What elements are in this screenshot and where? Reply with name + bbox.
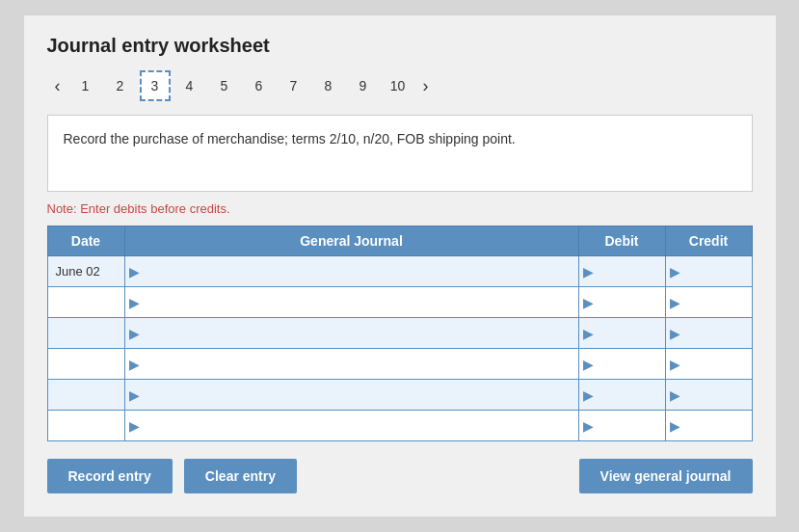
journal-input-5[interactable]: [144, 411, 578, 440]
col-header-journal: General Journal: [124, 226, 578, 256]
journal-cell-3[interactable]: ▶: [124, 349, 578, 380]
credit-cell-5[interactable]: ▶: [665, 411, 752, 441]
page-4[interactable]: 4: [174, 70, 205, 101]
arrow-icon: ▶: [579, 326, 598, 341]
page-3[interactable]: 3: [140, 70, 171, 101]
arrow-icon: ▶: [666, 295, 684, 310]
debit-input-0[interactable]: [598, 256, 665, 286]
arrow-icon: ▶: [125, 387, 144, 403]
prev-page-button[interactable]: ‹: [47, 72, 68, 100]
arrow-icon: ▶: [125, 418, 144, 434]
debit-cell-1[interactable]: ▶: [578, 287, 665, 318]
note-text: Note: Enter debits before credits.: [47, 201, 753, 216]
page-1[interactable]: 1: [70, 70, 101, 101]
arrow-icon: ▶: [125, 295, 144, 310]
date-cell-3: [47, 349, 124, 380]
arrow-icon: ▶: [666, 418, 684, 434]
debit-cell-5[interactable]: ▶: [578, 411, 665, 441]
journal-cell-0[interactable]: ▶: [124, 256, 578, 287]
record-entry-button[interactable]: Record entry: [47, 459, 173, 493]
debit-cell-3[interactable]: ▶: [578, 349, 665, 380]
table-row: ▶▶▶: [47, 287, 752, 318]
date-cell-0: June 02: [47, 256, 124, 287]
credit-cell-4[interactable]: ▶: [665, 380, 752, 411]
col-header-debit: Debit: [578, 226, 665, 256]
credit-cell-1[interactable]: ▶: [665, 287, 752, 318]
debit-cell-4[interactable]: ▶: [578, 380, 665, 411]
view-general-journal-button[interactable]: View general journal: [579, 459, 753, 493]
debit-cell-2[interactable]: ▶: [578, 318, 665, 349]
table-row: ▶▶▶: [47, 318, 752, 349]
arrow-icon: ▶: [666, 357, 684, 372]
page-title: Journal entry worksheet: [47, 35, 753, 57]
arrow-icon: ▶: [579, 418, 598, 434]
page-2[interactable]: 2: [105, 70, 136, 101]
clear-entry-button[interactable]: Clear entry: [184, 459, 297, 493]
credit-cell-3[interactable]: ▶: [665, 349, 752, 380]
table-row: ▶▶▶: [47, 349, 752, 380]
debit-input-2[interactable]: [598, 318, 665, 348]
page-7[interactable]: 7: [279, 70, 309, 101]
journal-input-1[interactable]: [144, 287, 578, 317]
date-cell-2: [47, 318, 124, 349]
debit-input-5[interactable]: [598, 411, 665, 440]
arrow-icon: ▶: [666, 387, 684, 403]
journal-cell-2[interactable]: ▶: [124, 318, 578, 349]
table-row: June 02▶▶▶: [47, 256, 752, 287]
arrow-icon: ▶: [579, 387, 598, 403]
journal-table: Date General Journal Debit Credit June 0…: [47, 226, 753, 441]
page-10[interactable]: 10: [383, 70, 413, 101]
credit-input-1[interactable]: [684, 287, 752, 317]
next-page-button[interactable]: ›: [415, 72, 437, 100]
table-row: ▶▶▶: [47, 411, 752, 441]
arrow-icon: ▶: [125, 264, 144, 279]
col-header-date: Date: [47, 226, 124, 256]
date-cell-1: [47, 287, 124, 318]
date-cell-4: [47, 380, 124, 411]
debit-input-4[interactable]: [598, 380, 665, 410]
arrow-icon: ▶: [579, 264, 598, 279]
credit-input-5[interactable]: [684, 411, 752, 440]
arrow-icon: ▶: [666, 264, 684, 279]
credit-input-3[interactable]: [684, 349, 752, 379]
page-8[interactable]: 8: [313, 70, 344, 101]
date-cell-5: [47, 411, 124, 441]
credit-input-4[interactable]: [684, 380, 752, 410]
page-5[interactable]: 5: [209, 70, 240, 101]
arrow-icon: ▶: [666, 326, 684, 341]
credit-cell-0[interactable]: ▶: [665, 256, 752, 287]
journal-cell-4[interactable]: ▶: [124, 380, 578, 411]
pagination: ‹ 1 2 3 4 5 6 7 8 9 10 ›: [47, 70, 753, 101]
page-9[interactable]: 9: [348, 70, 379, 101]
arrow-icon: ▶: [579, 295, 598, 310]
instruction-box: Record the purchase of merchandise; term…: [47, 115, 753, 192]
action-buttons: Record entry Clear entry View general jo…: [47, 459, 753, 493]
instruction-text: Record the purchase of merchandise; term…: [64, 131, 516, 146]
journal-input-3[interactable]: [144, 349, 578, 379]
journal-cell-5[interactable]: ▶: [124, 411, 578, 441]
debit-cell-0[interactable]: ▶: [578, 256, 665, 287]
arrow-icon: ▶: [579, 357, 598, 372]
credit-input-2[interactable]: [684, 318, 752, 348]
journal-input-0[interactable]: [144, 256, 578, 286]
arrow-icon: ▶: [125, 326, 144, 341]
arrow-icon: ▶: [125, 357, 144, 372]
table-row: ▶▶▶: [47, 380, 752, 411]
debit-input-1[interactable]: [598, 287, 665, 317]
journal-cell-1[interactable]: ▶: [124, 287, 578, 318]
journal-input-4[interactable]: [144, 380, 578, 410]
credit-cell-2[interactable]: ▶: [665, 318, 752, 349]
journal-input-2[interactable]: [144, 318, 578, 348]
debit-input-3[interactable]: [598, 349, 665, 379]
credit-input-0[interactable]: [684, 256, 752, 286]
col-header-credit: Credit: [665, 226, 752, 256]
page-6[interactable]: 6: [244, 70, 275, 101]
